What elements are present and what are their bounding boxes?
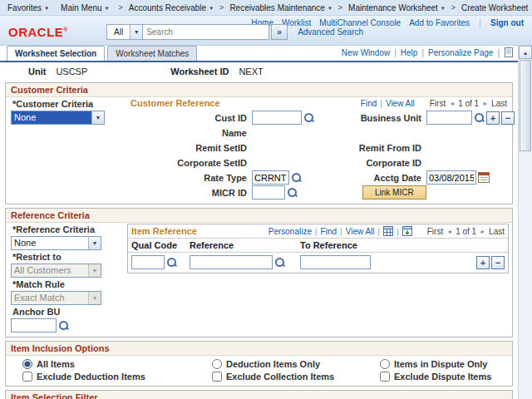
remit-from-id-label: Remit From ID — [356, 143, 426, 153]
separator: | — [380, 99, 382, 108]
advanced-search-link[interactable]: Advanced Search — [298, 27, 363, 37]
items-in-dispute-only-radio[interactable] — [380, 359, 390, 369]
rate-type-input[interactable] — [252, 170, 289, 185]
calendar-icon[interactable] — [478, 172, 490, 183]
lookup-icon[interactable] — [166, 257, 177, 268]
previous-row-icon[interactable]: ◄ — [449, 101, 455, 106]
all-items-option[interactable]: All Items — [22, 359, 212, 369]
find-link[interactable]: Find — [321, 227, 337, 236]
search-input[interactable] — [143, 24, 269, 40]
scroll-up-button[interactable]: ▲ — [519, 46, 532, 59]
personalize-link[interactable]: Personalize — [268, 227, 312, 236]
breadcrumb-create-worksheet[interactable]: Create Worksheet — [457, 3, 532, 12]
cust-id-input[interactable] — [252, 111, 302, 125]
lookup-icon[interactable] — [474, 112, 485, 123]
breadcrumb-accounts-receivable[interactable]: Accounts Receivable ▼ — [125, 3, 218, 12]
breadcrumb-main-menu[interactable]: Main Menu ▼ — [57, 3, 113, 12]
link-micr-button[interactable]: Link MICR — [362, 185, 426, 200]
item-selection-filter-title: Item Selection Filter — [6, 391, 512, 399]
anchor-bu-input[interactable] — [11, 318, 57, 332]
tab-worksheet-matches[interactable]: Worksheet Matches — [107, 46, 197, 61]
search-scope-select[interactable]: All ▼ — [106, 24, 143, 40]
match-rule-select: Exact Match ▼ — [11, 291, 101, 305]
exclude-deduction-items-option[interactable]: Exclude Deduction Items — [22, 372, 212, 382]
registered-mark: ® — [63, 27, 68, 32]
breadcrumb-label: Favorites — [7, 3, 42, 12]
copy-url-icon[interactable] — [504, 47, 514, 57]
remit-setid-label: Remit SetID — [129, 143, 252, 153]
to-reference-input[interactable] — [300, 255, 371, 269]
next-row-icon[interactable]: ► — [482, 101, 488, 106]
customer-criteria-select[interactable]: None ▼ — [11, 111, 105, 125]
add-to-favorites-link[interactable]: Add to Favorites — [409, 18, 470, 27]
breadcrumb-label: Accounts Receivable — [129, 3, 206, 12]
reference-criteria-select[interactable]: None ▼ — [11, 236, 101, 250]
chevron-down-icon: ▼ — [441, 6, 446, 11]
item-reference-title: Item Reference — [131, 226, 197, 236]
reference-criteria-section: Reference Criteria *Reference Criteria N… — [5, 208, 513, 337]
view-all-link[interactable]: View All — [386, 99, 415, 108]
qual-code-input[interactable] — [131, 255, 165, 269]
search-go-button[interactable]: » — [271, 24, 288, 40]
add-row-button[interactable]: + — [486, 111, 500, 125]
lookup-icon[interactable] — [303, 112, 314, 123]
separator: | — [378, 227, 381, 236]
row-count: 1 of 1 — [456, 227, 476, 236]
option-label: Deduction Items Only — [226, 359, 320, 369]
option-label: Exclude Dispute Items — [394, 372, 491, 382]
option-label: Exclude Deduction Items — [37, 372, 145, 382]
lookup-icon[interactable] — [274, 257, 285, 268]
previous-row-icon[interactable]: ◄ — [446, 229, 452, 234]
find-link[interactable]: Find — [361, 99, 377, 108]
separator: | — [497, 48, 500, 57]
restrict-to-label: *Restrict to — [12, 252, 127, 263]
next-row-icon[interactable]: ► — [480, 229, 485, 234]
breadcrumb-maintenance-worksheet[interactable]: Maintenance Worksheet ▼ — [344, 3, 450, 12]
delete-row-button[interactable]: − — [501, 111, 515, 125]
scrollbar-thumb[interactable] — [520, 60, 531, 151]
exclude-dispute-items-checkbox[interactable] — [380, 372, 390, 382]
acctg-date-input[interactable] — [426, 170, 476, 185]
corporate-id-label: Corporate ID — [356, 158, 426, 168]
personalize-page-link[interactable]: Personalize Page — [428, 48, 493, 57]
chevron-down-icon: ▼ — [91, 111, 104, 124]
separator: | — [394, 48, 397, 57]
lookup-icon[interactable] — [58, 320, 69, 331]
delete-row-button[interactable]: − — [491, 256, 505, 269]
exclude-collection-items-option[interactable]: Exclude Collection Items — [212, 372, 380, 382]
name-label: Name — [129, 128, 252, 138]
reference-input[interactable] — [190, 255, 273, 269]
breadcrumb-label: Maintenance Worksheet — [348, 3, 438, 12]
help-link[interactable]: Help — [401, 48, 418, 57]
chevron-down-icon: ▼ — [130, 25, 142, 39]
option-label: Items in Dispute Only — [394, 359, 487, 369]
items-in-dispute-only-option[interactable]: Items in Dispute Only — [380, 359, 507, 369]
breadcrumb-favorites[interactable]: Favorites ▼ — [3, 3, 53, 12]
lookup-icon[interactable] — [291, 172, 302, 183]
item-inclusion-title: Item Inclusion Options — [6, 342, 512, 356]
exclude-collection-items-checkbox[interactable] — [212, 372, 222, 382]
vertical-scrollbar[interactable]: ▲ — [518, 46, 532, 399]
tab-worksheet-selection[interactable]: Worksheet Selection — [7, 46, 105, 61]
zoom-grid-icon[interactable] — [383, 226, 393, 236]
view-all-link[interactable]: View All — [346, 227, 375, 236]
breadcrumb-separator: > — [117, 3, 125, 12]
sign-out-link[interactable]: Sign out — [490, 18, 524, 27]
all-items-radio[interactable] — [22, 359, 32, 369]
match-rule-selected-value: Exact Match — [12, 292, 88, 304]
worksheet-id-value: NEXT — [239, 66, 263, 76]
item-reference-nav: Personalize | Find | View All | | First … — [268, 226, 505, 236]
lookup-icon[interactable] — [287, 187, 298, 198]
deduction-items-only-option[interactable]: Deduction Items Only — [212, 359, 380, 369]
business-unit-input[interactable] — [426, 111, 472, 125]
download-icon[interactable] — [402, 226, 412, 236]
row-count: 1 of 1 — [458, 99, 479, 108]
item-inclusion-section: Item Inclusion Options All Items Deducti… — [5, 341, 513, 387]
exclude-dispute-items-option[interactable]: Exclude Dispute Items — [380, 372, 507, 382]
breadcrumb-receivables-maintenance[interactable]: Receivables Maintenance ▼ — [225, 3, 336, 12]
add-row-button[interactable]: + — [476, 256, 490, 269]
micr-id-input[interactable] — [252, 185, 285, 200]
deduction-items-only-radio[interactable] — [212, 359, 222, 369]
exclude-deduction-items-checkbox[interactable] — [22, 372, 32, 382]
new-window-link[interactable]: New Window — [342, 48, 390, 57]
